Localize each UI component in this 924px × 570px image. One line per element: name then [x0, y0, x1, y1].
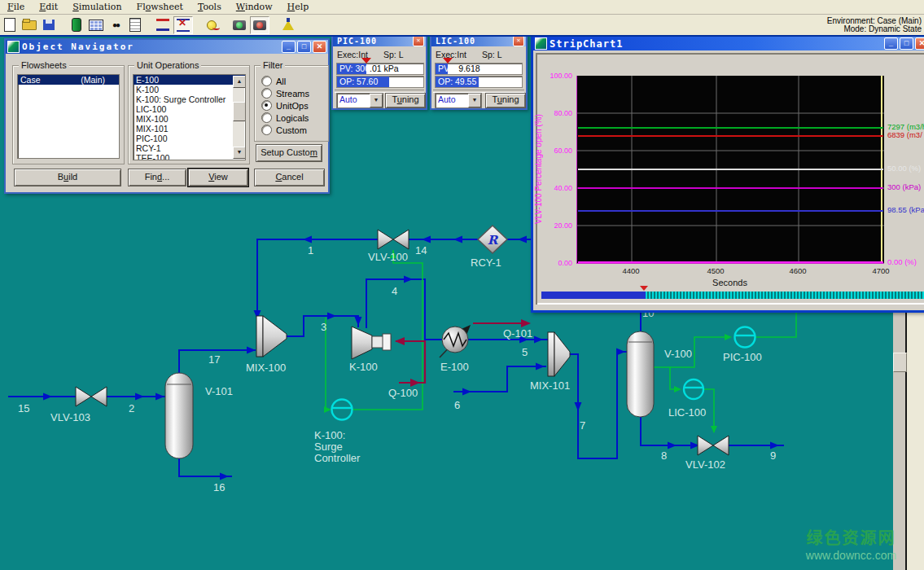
save-case-button[interactable] — [40, 17, 58, 33]
pic100-mode-combo[interactable]: Auto ▼ — [336, 93, 383, 108]
stream-label-16[interactable]: 16 — [213, 481, 225, 493]
unitop-item-lic100[interactable]: LIC-100 — [134, 104, 245, 114]
flowsheets-list[interactable]: Case (Main) — [17, 74, 120, 159]
pic100-tuning-button[interactable]: Tuning — [385, 93, 426, 108]
cooler-e100[interactable] — [442, 327, 468, 353]
unitop-item-mix101[interactable]: MIX-101 — [134, 124, 245, 134]
valve-vlv102[interactable] — [698, 436, 729, 455]
stream-label-5[interactable]: 5 — [522, 346, 528, 358]
filter-custom[interactable]: Custom — [261, 125, 307, 135]
unitop-item-pic100[interactable]: PIC-100 — [134, 134, 245, 143]
maximize-button[interactable]: □ — [297, 41, 311, 53]
scroll-up-arrow[interactable]: ▲ — [233, 76, 246, 88]
lic100-close-button[interactable]: ✕ — [513, 36, 524, 46]
integrator-run-button[interactable] — [230, 17, 248, 33]
menu-flowsheet[interactable]: Flowsheet — [129, 1, 190, 13]
dropdown-arrow-icon[interactable]: ▼ — [370, 94, 383, 107]
filter-unitops[interactable]: UnitOps — [261, 100, 309, 111]
stream-label-7[interactable]: 7 — [580, 419, 585, 432]
unit-operations-list[interactable]: E-100 K-100 K-100: Surge Controller LIC-… — [133, 74, 246, 160]
lic100-tuning-button[interactable]: Tuning — [485, 93, 526, 108]
equip-label-mix101[interactable]: MIX-101 — [530, 379, 570, 392]
surge-label-line2[interactable]: Surge — [314, 441, 343, 453]
object-navigator-titlebar[interactable]: Object Navigator _ □ ✕ — [6, 40, 328, 54]
cancel-button[interactable]: Cancel — [254, 169, 325, 186]
pic100-sp-marker[interactable] — [361, 58, 371, 64]
unitops-scrollbar[interactable]: ▲ ▼ — [233, 76, 244, 159]
equip-label-vlv103[interactable]: VLV-103 — [50, 411, 90, 423]
mixer-mix101[interactable] — [548, 332, 570, 376]
valve-vlv103[interactable] — [76, 387, 107, 406]
minimize-button[interactable]: _ — [282, 41, 296, 53]
crossover-button[interactable] — [173, 16, 193, 34]
stream-label-q100[interactable]: Q-100 — [388, 387, 418, 399]
build-button[interactable]: Build — [14, 169, 121, 186]
pic100-op-bar[interactable]: OP: 57.60 — [336, 76, 424, 88]
vessel-v101[interactable] — [165, 373, 193, 458]
stripchart-h-scrollbar[interactable] — [541, 292, 924, 299]
stream-label-2[interactable]: 2 — [129, 402, 134, 414]
stream-label-17[interactable]: 17 — [208, 353, 220, 366]
lic100-titlebar[interactable]: LIC-100 ✕ — [431, 36, 526, 46]
stream-label-3[interactable]: 3 — [321, 321, 326, 333]
object-navigator-button[interactable] — [126, 17, 144, 33]
pfd-scrollbar-thumb[interactable] — [893, 353, 907, 372]
stream-label-4[interactable]: 4 — [392, 285, 397, 297]
lic100-sp-marker[interactable] — [443, 58, 453, 64]
equip-label-lic100[interactable]: LIC-100 — [668, 406, 706, 419]
compressor-k100[interactable] — [352, 327, 391, 359]
mixer-mix100[interactable] — [256, 316, 287, 357]
environment-button[interactable] — [68, 17, 85, 33]
open-case-button[interactable] — [20, 17, 38, 33]
stream-label-1[interactable]: 1 — [308, 244, 313, 256]
menu-simulation[interactable]: Simulation — [65, 1, 129, 13]
stripchart-maximize-button[interactable]: □ — [900, 37, 913, 50]
filter-streams[interactable]: Streams — [261, 88, 309, 99]
close-button[interactable]: ✕ — [313, 41, 326, 53]
workbook-button[interactable] — [87, 17, 105, 33]
lic100-mode-combo[interactable]: Auto ▼ — [435, 93, 482, 108]
equip-label-pic100[interactable]: PIC-100 — [723, 351, 762, 363]
pfd-button[interactable] — [154, 17, 172, 33]
radio-logicals-icon[interactable] — [261, 112, 272, 123]
equip-label-vlv100[interactable]: VLV-100 — [368, 251, 408, 263]
equip-label-v101[interactable]: V-101 — [205, 385, 233, 397]
lic100-op-bar[interactable]: OP: 49.55 — [435, 76, 523, 88]
vessel-v100[interactable] — [627, 331, 654, 417]
menu-tools[interactable]: Tools — [190, 1, 229, 13]
valve-vlv100[interactable] — [378, 230, 409, 249]
radio-streams-icon[interactable] — [261, 88, 272, 99]
dynamics-assistant-button[interactable] — [203, 17, 221, 33]
equip-label-vlv102[interactable]: VLV-102 — [685, 458, 725, 471]
stripchart-minimize-button[interactable]: _ — [884, 37, 898, 50]
menu-help[interactable]: Help — [280, 1, 317, 13]
unitop-item-k100[interactable]: K-100 — [134, 85, 245, 94]
radio-custom-icon[interactable] — [261, 125, 272, 135]
unitop-item-tee100[interactable]: TEE-100 — [134, 153, 245, 160]
equip-label-e100[interactable]: E-100 — [440, 361, 469, 373]
stripchart-titlebar[interactable]: StripChart1 _ □ ✕ — [533, 37, 924, 50]
menu-window[interactable]: Window — [229, 1, 280, 13]
pic100-titlebar[interactable]: PIC-100 ✕ — [333, 36, 426, 46]
controller-surge-icon[interactable] — [332, 400, 353, 420]
equip-label-k100[interactable]: K-100 — [349, 361, 378, 373]
unitop-item-mix100[interactable]: MIX-100 — [134, 114, 245, 124]
stream-label-14[interactable]: 14 — [415, 244, 427, 256]
radio-unitops-icon[interactable] — [261, 100, 272, 111]
stream-label-9[interactable]: 9 — [770, 449, 776, 462]
stripchart-plot-area[interactable] — [576, 76, 884, 264]
unitop-item-rcy1[interactable]: RCY-1 — [134, 143, 245, 153]
menu-edit[interactable]: Edit — [32, 1, 65, 13]
equip-label-v100[interactable]: V-100 — [664, 348, 692, 360]
flowsheet-list-item[interactable]: Case (Main) — [18, 75, 119, 85]
filter-logicals[interactable]: Logicals — [261, 112, 309, 123]
unitop-item-surge[interactable]: K-100: Surge Controller — [134, 94, 245, 104]
view-button[interactable]: View — [188, 169, 248, 186]
filter-all[interactable]: All — [261, 76, 286, 86]
stream-label-8[interactable]: 8 — [661, 449, 667, 462]
unitops-scrollbar-thumb[interactable] — [233, 102, 246, 121]
leach-flask-button[interactable] — [279, 17, 297, 33]
surge-label-line1[interactable]: K-100: — [314, 429, 345, 441]
pic100-close-button[interactable]: ✕ — [413, 36, 424, 46]
integrator-stop-button[interactable] — [250, 16, 269, 34]
